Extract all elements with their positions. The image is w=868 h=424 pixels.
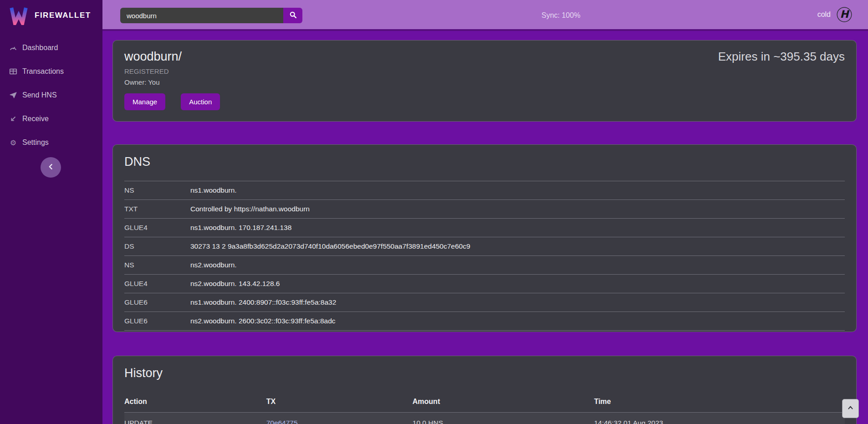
history-header-row: Action TX Amount Time <box>124 392 845 413</box>
firewallet-logo-icon <box>9 6 28 25</box>
history-col-time: Time <box>594 392 845 413</box>
sidebar-item-receive[interactable]: Receive <box>0 112 102 126</box>
dns-record-type: GLUE4 <box>124 219 190 237</box>
history-col-action: Action <box>124 392 266 413</box>
dns-record-type: GLUE6 <box>124 312 190 331</box>
dns-record-row: NS ns1.woodburn. <box>124 181 845 200</box>
app-logo: FIREWALLET <box>0 0 102 31</box>
dns-record-type: GLUE6 <box>124 293 190 312</box>
domain-status: REGISTERED <box>124 67 845 75</box>
transactions-icon <box>9 67 17 76</box>
dns-record-row: NS ns2.woodburn. <box>124 256 845 275</box>
sidebar-item-transactions[interactable]: Transactions <box>0 65 102 78</box>
dns-card: DNS NS ns1.woodburn. TXT Controlled by h… <box>112 144 857 332</box>
dashboard-icon <box>9 44 17 52</box>
dns-record-value: ns2.woodburn. 143.42.128.6 <box>190 275 845 293</box>
dns-record-row: GLUE4 ns1.woodburn. 170.187.241.138 <box>124 219 845 237</box>
history-col-tx: TX <box>266 392 413 413</box>
sidebar-collapse-button[interactable] <box>41 157 61 178</box>
settings-icon: ⚙ <box>9 138 17 147</box>
search-button[interactable] <box>283 8 302 23</box>
chevron-left-icon <box>47 163 55 172</box>
domain-card: woodburn/ REGISTERED Owner: You Manage A… <box>112 40 857 122</box>
history-col-amount: Amount <box>413 392 594 413</box>
app-title: FIREWALLET <box>35 11 91 20</box>
sidebar: FIREWALLET Dashboard Transactions Send H… <box>0 0 102 424</box>
wallet-name: cold <box>817 10 831 19</box>
dns-record-value: 30273 13 2 9a3a8fb3d625d2a2073d740f10da6… <box>190 237 845 256</box>
expires-label: Expires in ~395.35 days <box>718 50 845 64</box>
dns-record-type: NS <box>124 181 190 200</box>
sidebar-item-label: Dashboard <box>22 44 58 52</box>
tx-link[interactable]: 70e64775... <box>266 419 304 424</box>
dns-table: NS ns1.woodburn. TXT Controlled by https… <box>124 181 845 331</box>
dns-record-row: GLUE4 ns2.woodburn. 143.42.128.6 <box>124 275 845 293</box>
dns-record-row: DS 30273 13 2 9a3a8fb3d625d2a2073d740f10… <box>124 237 845 256</box>
dns-record-type: GLUE4 <box>124 275 190 293</box>
sidebar-item-label: Receive <box>22 115 49 123</box>
auction-button[interactable]: Auction <box>181 93 220 110</box>
dns-record-row: TXT Controlled by https://nathan.woodbur… <box>124 200 845 219</box>
scroll-to-top-button[interactable] <box>842 399 859 418</box>
chevron-up-icon <box>847 404 854 413</box>
dns-record-value: ns1.woodburn. 170.187.241.138 <box>190 219 845 237</box>
history-time: 14:46:32 01 Aug 2023 <box>594 413 845 424</box>
manage-button[interactable]: Manage <box>124 93 165 110</box>
send-icon <box>9 91 17 99</box>
sidebar-item-label: Transactions <box>22 67 64 76</box>
sidebar-nav: Dashboard Transactions Send HNS Receive … <box>0 41 102 149</box>
main-content: woodburn/ REGISTERED Owner: You Manage A… <box>102 33 868 424</box>
dns-record-value: ns1.woodburn. <box>190 181 845 200</box>
history-card: History Action TX Amount Time UPDATE 70e… <box>112 356 857 424</box>
svg-text:H: H <box>840 8 850 20</box>
wallet-selector[interactable]: cold H <box>817 0 853 29</box>
dns-card-title: DNS <box>124 155 845 169</box>
dns-record-type: TXT <box>124 200 190 219</box>
topbar: Sync: 100% cold H <box>102 0 868 31</box>
dns-record-row: GLUE6 ns2.woodburn. 2600:3c02::f03c:93ff… <box>124 312 845 331</box>
search-bar <box>120 8 302 23</box>
dns-record-type: DS <box>124 237 190 256</box>
domain-owner: Owner: You <box>124 78 845 86</box>
history-row: UPDATE 70e64775... 10.0 HNS 14:46:32 01 … <box>124 413 845 424</box>
dns-record-value: ns2.woodburn. <box>190 256 845 275</box>
history-card-title: History <box>124 366 845 380</box>
sidebar-item-dashboard[interactable]: Dashboard <box>0 41 102 55</box>
sync-status: Sync: 100% <box>541 11 580 20</box>
history-action: UPDATE <box>124 413 266 424</box>
search-input[interactable] <box>120 8 283 23</box>
history-amount: 10.0 HNS <box>413 413 594 424</box>
sidebar-item-label: Send HNS <box>22 91 57 99</box>
sidebar-item-settings[interactable]: ⚙ Settings <box>0 136 102 149</box>
hns-logo-icon: H <box>836 6 853 23</box>
dns-record-value: ns1.woodburn. 2400:8907::f03c:93ff:fe5a:… <box>190 293 845 312</box>
sidebar-item-send-hns[interactable]: Send HNS <box>0 88 102 102</box>
sidebar-item-label: Settings <box>22 138 49 147</box>
dns-record-type: NS <box>124 256 190 275</box>
dns-record-value: Controlled by https://nathan.woodburn <box>190 200 845 219</box>
dns-record-value: ns2.woodburn. 2600:3c02::f03c:93ff:fe5a:… <box>190 312 845 331</box>
search-icon <box>289 11 297 20</box>
dns-record-row: GLUE6 ns1.woodburn. 2400:8907::f03c:93ff… <box>124 293 845 312</box>
receive-icon <box>9 115 17 123</box>
domain-actions: Manage Auction <box>124 93 845 110</box>
history-table: Action TX Amount Time UPDATE 70e64775...… <box>124 392 845 424</box>
